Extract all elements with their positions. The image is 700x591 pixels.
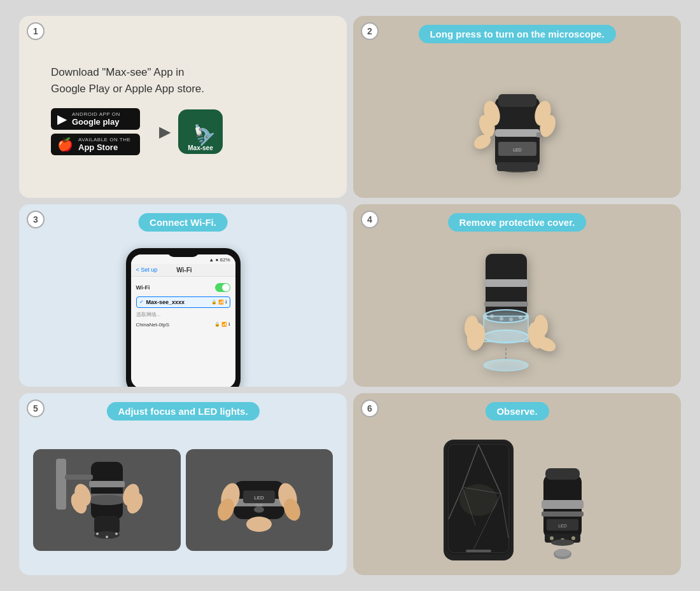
wifi-searching-row: 选取网络... [136, 309, 230, 320]
led-adjust-svg: LED O/⊕ [208, 449, 310, 551]
svg-rect-15 [484, 302, 528, 307]
svg-rect-4 [495, 129, 540, 137]
svg-point-77 [571, 536, 575, 540]
status-icons: ▲ ● 82% [209, 257, 230, 263]
step-4-label: Remove protective cover. [448, 213, 587, 232]
svg-rect-32 [89, 481, 125, 487]
svg-text:LED: LED [255, 495, 265, 501]
wifi-toggle-row: Wi-Fi [136, 281, 230, 295]
svg-point-34 [88, 495, 126, 505]
google-play-big: Google play [72, 117, 120, 127]
google-play-icon: ▶ [57, 111, 67, 127]
svg-text:LED: LED [558, 524, 567, 528]
maxsee-app-icon: 🔬 Max-see [178, 109, 223, 154]
google-play-badge[interactable]: ▶ ANDROID APP ON Google play [51, 108, 140, 130]
step-5-number: 5 [27, 400, 45, 417]
step-4-number: 4 [361, 211, 379, 228]
step-5-label: Adjust focus and LED lights. [106, 402, 259, 421]
svg-point-68 [459, 484, 498, 516]
instruction-grid: 1 Download "Max-see" App in Google Play … [13, 10, 687, 582]
step-5-image-right: LED O/⊕ [186, 449, 333, 551]
wifi-other-network[interactable]: ChinaNet-0tpS 🔒 📶 ℹ [136, 320, 230, 330]
info-icon: ℹ [225, 300, 227, 305]
app-store-badge[interactable]: 🍎 Available on the App Store [51, 134, 140, 155]
app-store-big: App Store [78, 143, 130, 152]
microscope-hand-svg-2: LED [435, 59, 600, 186]
wifi-network-name: Max-see_xxxx [146, 299, 211, 305]
apple-icon: 🍎 [57, 137, 73, 152]
svg-rect-71 [542, 500, 584, 509]
svg-point-51 [254, 506, 264, 513]
svg-rect-69 [466, 550, 491, 552]
lock-icon: 🔒 [211, 300, 217, 305]
app-store-small: Available on the [78, 137, 130, 143]
step-1-cell: 1 Download "Max-see" App in Google Play … [19, 16, 347, 198]
wifi-toggle-label: Wi-Fi [136, 284, 150, 291]
step-1-number: 1 [27, 22, 45, 40]
phone-screen: ▲ ● 82% < Set up Wi-Fi Wi-Fi ✓ [131, 254, 235, 387]
app-badges: ▶ ANDROID APP ON Google play 🍎 Available… [51, 108, 140, 155]
wifi-toggle[interactable] [215, 283, 230, 292]
svg-rect-79 [545, 468, 580, 480]
svg-rect-31 [91, 462, 123, 519]
google-play-small: ANDROID APP ON [72, 111, 120, 117]
step-6-label: Observe. [485, 402, 549, 421]
wifi-network-icons: 🔒 📶 ℹ [211, 300, 227, 305]
step-6-number: 6 [361, 400, 379, 417]
observe-microscope-svg: LED [528, 436, 598, 564]
wifi-signal-icon-2: 📶 [221, 322, 227, 327]
svg-point-30 [484, 359, 528, 371]
phone-mockup: ▲ ● 82% < Set up Wi-Fi Wi-Fi ✓ [126, 248, 241, 387]
step-3-label: Connect Wi-Fi. [138, 213, 228, 232]
svg-point-39 [106, 536, 108, 538]
svg-text:LED: LED [513, 148, 522, 152]
step-2-label: Long press to turn on the microscope. [418, 25, 615, 43]
step-6-cell: 6 Observe. [353, 393, 681, 576]
wifi-check-icon: ✓ [139, 299, 144, 305]
microscope-mini-icon: 🔬 [185, 118, 216, 148]
wifi-searching-text: 选取网络... [136, 311, 161, 318]
app-store-text: Available on the App Store [78, 137, 130, 152]
step-5-cell: 5 Adjust focus and LED lights. [19, 393, 347, 576]
svg-point-83 [555, 549, 570, 557]
wifi-section: Wi-Fi ✓ Max-see_xxxx 🔒 📶 ℹ [131, 277, 235, 333]
google-play-text: ANDROID APP ON Google play [72, 111, 120, 127]
microscope-cover-svg [428, 241, 606, 381]
svg-point-23 [484, 310, 528, 323]
step-3-cell: 3 Connect Wi-Fi. ▲ ● 82% < Set up Wi-Fi [19, 204, 347, 387]
svg-rect-3 [497, 162, 538, 171]
wifi-network-selected[interactable]: ✓ Max-see_xxxx 🔒 📶 ℹ [136, 296, 230, 308]
arrow-right-icon: ▶ [159, 123, 171, 141]
step-4-cell: 4 Remove protective cover. [353, 204, 681, 387]
step-2-number: 2 [361, 22, 379, 40]
step-2-cell: 2 Long press to turn on the microscope. … [353, 16, 681, 198]
svg-rect-14 [484, 279, 528, 287]
wifi-nav-title: Wi-Fi [176, 267, 192, 274]
svg-point-78 [551, 539, 574, 546]
wifi-other-icons: 🔒 📶 ℹ [214, 322, 230, 327]
wifi-signal-icon: 📶 [218, 300, 224, 305]
step-5-image-left [33, 449, 181, 551]
app-download-row: ▶ ANDROID APP ON Google play 🍎 Available… [51, 108, 223, 155]
svg-point-37 [96, 532, 99, 535]
info-icon-2: ℹ [228, 322, 230, 327]
svg-point-75 [550, 536, 554, 540]
step-1-instruction: Download "Max-see" App in Google Play or… [51, 64, 204, 97]
svg-rect-45 [65, 475, 93, 480]
svg-rect-44 [56, 459, 66, 510]
wifi-other-name: ChinaNet-0tpS [136, 322, 214, 328]
back-button[interactable]: < Set up [136, 267, 158, 273]
lock-icon-2: 🔒 [214, 322, 220, 327]
phone-nav-bar: < Set up Wi-Fi [131, 264, 235, 277]
focus-adjust-svg [56, 449, 158, 551]
svg-point-56 [246, 517, 272, 532]
observe-phone-svg [437, 436, 520, 564]
svg-rect-1 [498, 94, 536, 107]
step-3-number: 3 [27, 211, 45, 228]
phone-notch [167, 248, 199, 257]
step-3-illustration: ▲ ● 82% < Set up Wi-Fi Wi-Fi ✓ [19, 204, 347, 387]
svg-rect-72 [542, 511, 584, 517]
svg-point-38 [115, 532, 118, 535]
step-4-illustration [353, 204, 681, 387]
